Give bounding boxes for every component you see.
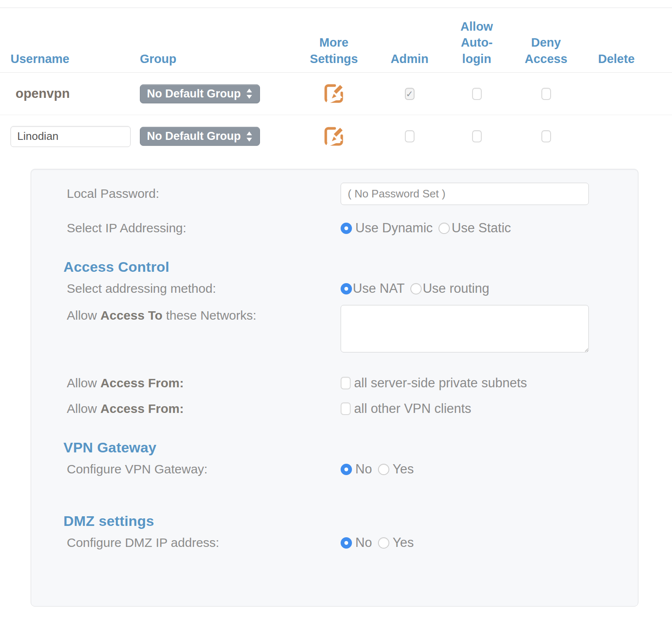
- use-dynamic-radio[interactable]: [341, 223, 352, 234]
- use-static-label: Use Static: [452, 221, 511, 236]
- access-from-clients-label: Allow Access From:: [31, 402, 341, 416]
- addressing-method-label: Select addressing method:: [31, 281, 341, 296]
- user-permissions-page: Username Group More Settings Admin Allow…: [0, 0, 672, 620]
- access-to-row: Allow Access To these Networks:: [31, 305, 638, 352]
- dmz-no-label: No: [355, 535, 372, 550]
- access-from-clients-checkbox[interactable]: [341, 402, 351, 415]
- col-header-deny-access: Deny Access: [508, 34, 584, 72]
- access-from-subnets-checkbox-label: all server-side private subnets: [354, 376, 527, 391]
- dmz-no-radio[interactable]: [341, 537, 352, 549]
- deny-access-checkbox[interactable]: [541, 130, 551, 142]
- local-password-row: Local Password:: [31, 182, 638, 205]
- configure-vpn-gateway-row: Configure VPN Gateway: No Yes: [31, 462, 638, 477]
- access-control-heading: Access Control: [63, 259, 169, 275]
- select-updown-arrows-icon: [246, 131, 253, 142]
- use-dynamic-label: Use Dynamic: [355, 221, 433, 236]
- ip-addressing-label: Select IP Addressing:: [31, 221, 341, 235]
- use-routing-label: Use routing: [423, 281, 489, 296]
- local-password-input[interactable]: [341, 183, 589, 205]
- allow-autologin-checkbox[interactable]: [472, 88, 482, 100]
- vpn-gateway-yes-label: Yes: [393, 462, 414, 477]
- group-select-value: No Default Group: [147, 130, 241, 143]
- new-username-input[interactable]: [10, 126, 131, 147]
- local-password-label: Local Password:: [31, 187, 341, 201]
- allow-autologin-checkbox[interactable]: [472, 130, 482, 142]
- username-label: openvpn: [0, 86, 70, 101]
- col-header-delete: Delete: [584, 51, 649, 72]
- access-to-label: Allow Access To these Networks:: [31, 305, 341, 323]
- access-from-clients-row: Allow Access From: all other VPN clients: [31, 401, 638, 416]
- configure-vpn-gateway-label: Configure VPN Gateway:: [31, 462, 341, 476]
- configure-dmz-row: Configure DMZ IP address: No Yes: [31, 535, 638, 550]
- addressing-method-row: Select addressing method: Use NAT Use ro…: [31, 281, 638, 296]
- table-row-new-user: No Default Group: [0, 115, 672, 158]
- group-select-value: No Default Group: [147, 87, 241, 100]
- configure-dmz-label: Configure DMZ IP address:: [31, 536, 341, 550]
- vpn-gateway-yes-radio[interactable]: [378, 464, 389, 475]
- access-from-subnets-checkbox[interactable]: [341, 377, 351, 389]
- use-nat-label: Use NAT: [353, 281, 404, 296]
- ip-addressing-row: Select IP Addressing: Use Dynamic Use St…: [31, 221, 638, 236]
- use-static-radio[interactable]: [438, 223, 450, 234]
- col-header-allow-autologin: Allow Auto- login: [445, 18, 508, 72]
- vpn-gateway-no-label: No: [355, 462, 372, 477]
- group-select[interactable]: No Default Group: [140, 84, 260, 103]
- col-header-username: Username: [0, 51, 140, 72]
- col-header-more-settings: More Settings: [294, 34, 374, 72]
- dmz-yes-label: Yes: [393, 535, 414, 550]
- access-to-networks-textarea[interactable]: [341, 305, 589, 352]
- user-settings-panel: Local Password: Select IP Addressing: Us…: [31, 169, 638, 607]
- access-from-subnets-label: Allow Access From:: [31, 376, 341, 390]
- more-settings-edit-icon[interactable]: [322, 82, 346, 105]
- user-permissions-table: Username Group More Settings Admin Allow…: [0, 8, 672, 158]
- table-row-openvpn: openvpn No Default Group: [0, 73, 672, 115]
- dmz-settings-heading: DMZ settings: [63, 513, 154, 529]
- use-routing-radio[interactable]: [410, 283, 422, 294]
- use-nat-radio[interactable]: [341, 283, 352, 294]
- table-header-row: Username Group More Settings Admin Allow…: [0, 8, 672, 73]
- dmz-yes-radio[interactable]: [378, 537, 389, 549]
- col-header-admin: Admin: [374, 51, 445, 72]
- group-select[interactable]: No Default Group: [140, 127, 260, 146]
- vpn-gateway-heading: VPN Gateway: [63, 439, 156, 456]
- more-settings-edit-icon[interactable]: [322, 125, 346, 148]
- admin-checkbox[interactable]: [405, 88, 415, 100]
- vpn-gateway-no-radio[interactable]: [341, 464, 352, 475]
- access-from-clients-checkbox-label: all other VPN clients: [354, 401, 471, 416]
- col-header-group: Group: [140, 51, 294, 72]
- access-from-subnets-row: Allow Access From: all server-side priva…: [31, 376, 638, 391]
- select-updown-arrows-icon: [246, 88, 253, 100]
- admin-checkbox[interactable]: [405, 130, 415, 142]
- deny-access-checkbox[interactable]: [541, 88, 551, 100]
